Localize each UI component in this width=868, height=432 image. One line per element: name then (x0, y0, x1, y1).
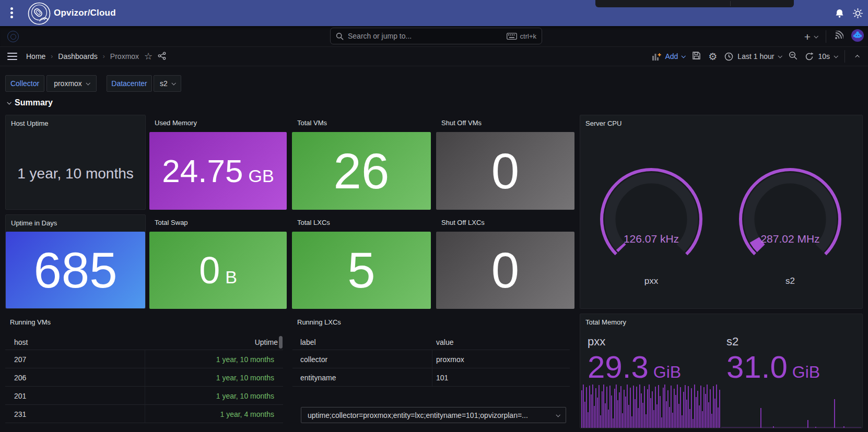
panel-running-lxcs: Running LXCs label value collector proxm… (292, 314, 570, 432)
panel-title: Host Uptime (11, 119, 49, 127)
collapse-chevron-up-icon[interactable] (855, 55, 859, 59)
stat-value: 31.0 (726, 352, 788, 383)
total-swap-stat: 0 B (149, 232, 287, 309)
column-header-host[interactable]: host (14, 338, 28, 346)
metric-select-dropdown[interactable]: uptime;collector=proxmox;entity=lxc;enti… (301, 407, 566, 423)
panel-title: Server CPU (585, 119, 621, 127)
breadcrumb-current: Proxmox (110, 52, 139, 61)
gauge-label-s2: s2 (738, 276, 842, 286)
plus-icon: + (804, 31, 811, 42)
search-box[interactable]: ctrl+k (330, 28, 542, 44)
rss-signal-icon[interactable] (834, 31, 843, 42)
clock-icon (724, 52, 733, 61)
refresh-icon (805, 52, 814, 61)
panel-uptime-in-days: Uptime in Days 685 (5, 214, 146, 309)
metric-select-value: uptime;collector=proxmox;entity=lxc;enti… (308, 411, 556, 419)
bell-icon[interactable] (835, 8, 844, 20)
variable-label-text: Datacenter (111, 79, 147, 88)
shut-off-vms-stat: 0 (436, 132, 574, 210)
opvizor-logo-icon[interactable] (27, 2, 51, 28)
user-avatar[interactable] (851, 29, 864, 44)
row-title: Summary (15, 98, 53, 107)
cell-uptime: 1 year, 10 months (216, 392, 274, 400)
chevron-down-icon (682, 54, 686, 58)
total-vms-stat: 26 (292, 132, 431, 210)
theme-sun-icon[interactable] (853, 8, 863, 20)
stat-unit: B (225, 267, 237, 287)
column-header-uptime[interactable]: Uptime (255, 338, 278, 346)
panel-title: Used Memory (155, 119, 197, 127)
new-button[interactable]: + (804, 31, 817, 42)
share-icon[interactable] (158, 52, 166, 62)
dashboard-toolbar: Home › Dashboards › Proxmox ☆ (0, 47, 868, 66)
cell-uptime: 1 year, 4 months (220, 410, 274, 418)
cell-value: proxmox (436, 355, 464, 364)
row-summary-toggle[interactable]: Summary (7, 98, 53, 107)
column-header-value[interactable]: value (436, 338, 453, 346)
variable-value-text: s2 (160, 79, 168, 88)
memory-sparkline-s2 (721, 384, 861, 428)
stat-label: pxx (588, 335, 681, 349)
breadcrumb-home[interactable]: Home (26, 52, 45, 61)
stat-unit: GB (249, 166, 274, 186)
total-lxcs-stat: 5 (292, 232, 431, 309)
nav-bar: ctrl+k + (0, 26, 868, 47)
chevron-down-icon (7, 100, 11, 104)
memory-sparkline-pxx (581, 384, 721, 428)
time-range-picker[interactable]: Last 1 hour (724, 52, 781, 61)
divider (844, 50, 845, 63)
time-range-label: Last 1 hour (737, 52, 774, 61)
variable-value-text: proxmox (54, 79, 82, 88)
search-input[interactable] (348, 32, 507, 40)
table-row: 207 1 year, 10 months (5, 350, 283, 368)
stat-value: 26 (334, 146, 390, 196)
chevron-down-icon (834, 54, 838, 58)
zoom-out-icon[interactable] (789, 51, 797, 62)
table-row: collector proxmox (292, 350, 570, 368)
stat-unit: GiB (653, 363, 681, 382)
cell-host: 231 (14, 410, 26, 418)
column-header-label[interactable]: label (300, 338, 316, 346)
panel-title: Total LXCs (297, 219, 330, 226)
memory-stat-s2: s2 31.0 GiB (726, 335, 820, 383)
variable-collector-value-dropdown[interactable]: proxmox (46, 75, 97, 92)
breadcrumb: Home › Dashboards › Proxmox ☆ (26, 52, 166, 62)
variable-label-text: Collector (10, 79, 39, 88)
cell-host: 201 (14, 392, 26, 400)
chevron-down-icon (814, 34, 818, 38)
panel-total-vms: Total VMs 26 (292, 115, 431, 210)
add-panel-button[interactable]: Add (652, 52, 685, 61)
gauge-value: 126.07 kHz (624, 233, 679, 245)
top-overlay-dropdown (595, 0, 794, 7)
mini-logo-icon[interactable] (7, 31, 19, 42)
mega-menu-icon[interactable] (7, 53, 17, 61)
cell-label: entityname (300, 374, 336, 382)
settings-gear-icon[interactable]: ⚙ (708, 52, 717, 62)
table-scrollbar[interactable] (279, 336, 283, 349)
refresh-picker[interactable]: 10s (805, 52, 837, 61)
chevron-down-icon (86, 81, 90, 85)
divider (826, 30, 826, 43)
cpu-gauge-pxx: 126.07 kHz (591, 159, 711, 279)
cell-host: 207 (14, 355, 26, 364)
table-row: 231 1 year, 4 months (5, 405, 283, 423)
stat-value: 0 (491, 245, 519, 295)
cell-host: 206 (14, 374, 26, 382)
cell-value: 101 (436, 374, 448, 382)
favorite-star-icon[interactable]: ☆ (144, 52, 153, 61)
grafana-dashboard: Opvizor/Cloud (0, 0, 868, 432)
breadcrumb-dashboards[interactable]: Dashboards (58, 52, 98, 61)
cpu-gauge-s2: 287.02 MHz (730, 159, 850, 279)
panel-running-vms: Running VMs host Uptime 207 1 year, 10 m… (5, 314, 283, 432)
variable-datacenter-value-dropdown[interactable]: s2 (154, 75, 181, 92)
stat-value: 5 (347, 245, 375, 295)
keyboard-icon (507, 33, 517, 40)
add-panel-icon (652, 53, 661, 61)
stat-value: 685 (33, 245, 117, 295)
variable-collector-label[interactable]: Collector (5, 75, 44, 92)
table-row: 206 1 year, 10 months (5, 368, 283, 387)
save-dashboard-icon[interactable] (692, 51, 701, 62)
panel-host-uptime: Host Uptime 1 year, 10 months (5, 115, 146, 210)
variable-datacenter-label[interactable]: Datacenter (107, 75, 152, 92)
kebab-menu-icon[interactable] (9, 6, 14, 20)
